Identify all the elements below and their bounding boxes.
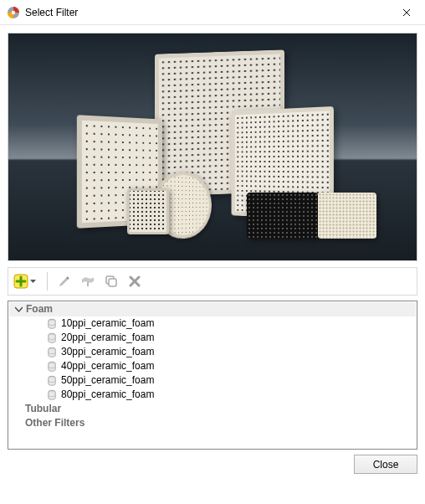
svg-rect-4 (109, 279, 116, 286)
tree-item-label: 30ppi_ceramic_foam (61, 345, 154, 359)
database-icon (46, 347, 58, 358)
window-title: Select Filter (25, 7, 387, 18)
tree-category[interactable]: Other Filters (9, 416, 416, 430)
tree-item[interactable]: 80ppi_ceramic_foam (9, 388, 416, 402)
chevron-down-icon (30, 280, 36, 284)
tree-item[interactable]: 10ppi_ceramic_foam (9, 316, 416, 331)
tree-category[interactable]: Tubular (9, 402, 416, 416)
tree-item[interactable]: 20ppi_ceramic_foam (9, 331, 416, 345)
close-button[interactable]: Close (354, 455, 417, 474)
titlebar: Select Filter (0, 0, 425, 25)
dialog-content: Foam10ppi_ceramic_foam20ppi_ceramic_foam… (0, 25, 425, 504)
twisty-open-icon[interactable] (13, 304, 24, 316)
tree-item-label: 80ppi_ceramic_foam (61, 388, 154, 402)
toolbar (8, 267, 417, 296)
tree-item-label: 40ppi_ceramic_foam (61, 359, 154, 373)
tree-item[interactable]: 30ppi_ceramic_foam (9, 345, 416, 359)
plus-icon (13, 274, 28, 289)
filter-preview-image (8, 33, 417, 261)
database-icon (46, 318, 58, 330)
tree-item-label: 20ppi_ceramic_foam (61, 331, 154, 345)
database-icon (46, 389, 58, 401)
tree-item-label: 10ppi_ceramic_foam (61, 316, 154, 331)
tree-category[interactable]: Foam (9, 302, 416, 316)
toolbar-separator (47, 272, 48, 291)
copy-icon (105, 275, 118, 288)
tree-category-label: Tubular (25, 402, 61, 416)
tree-item-label: 50ppi_ceramic_foam (61, 373, 154, 388)
pour-icon (80, 275, 95, 288)
tree-item[interactable]: 40ppi_ceramic_foam (9, 359, 416, 373)
app-icon (7, 6, 20, 19)
filter-tree[interactable]: Foam10ppi_ceramic_foam20ppi_ceramic_foam… (8, 301, 417, 450)
filter-button[interactable] (78, 271, 98, 291)
tree-category-label: Foam (24, 302, 412, 316)
dialog-footer: Close (8, 455, 417, 474)
database-icon (46, 375, 58, 387)
svg-point-1 (12, 10, 15, 13)
delete-button[interactable] (125, 271, 145, 291)
tree-category-label: Other Filters (25, 416, 84, 430)
add-button[interactable] (12, 271, 40, 291)
copy-button[interactable] (101, 271, 121, 291)
tree-item[interactable]: 50ppi_ceramic_foam (9, 373, 416, 388)
database-icon (46, 332, 58, 344)
database-icon (46, 361, 58, 373)
window-close-button[interactable] (387, 0, 425, 25)
x-icon (129, 275, 141, 287)
close-icon (402, 8, 411, 17)
edit-button[interactable] (54, 271, 74, 291)
pencil-icon (58, 275, 71, 288)
